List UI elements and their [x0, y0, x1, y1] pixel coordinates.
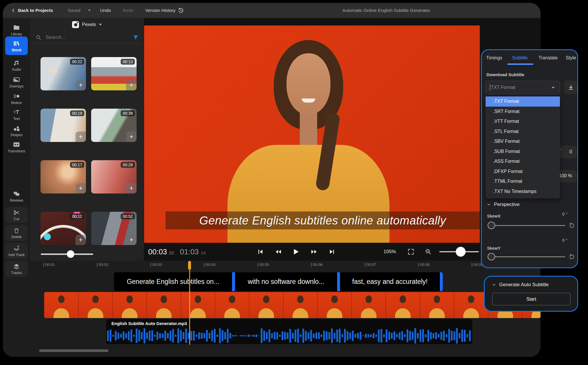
tab-translate[interactable]: Translate: [539, 55, 558, 61]
timeline-scrollbar[interactable]: [39, 349, 109, 352]
video-preview[interactable]: Generate English subtitles online automa…: [144, 25, 480, 243]
stock-video-thumbnail[interactable]: 00:12 +: [41, 212, 86, 245]
generate-section-header[interactable]: Generate Auto Subtitle: [492, 282, 549, 288]
stock-video-thumbnail[interactable]: 00:38 +: [91, 109, 137, 142]
format-option-txt[interactable]: .TXT Format: [486, 96, 560, 107]
skew-y-slider-thumb[interactable]: [488, 253, 495, 260]
skew-x-slider-thumb[interactable]: [488, 222, 495, 229]
subtitle-overlay[interactable]: Generate English subtitles online automa…: [166, 211, 480, 229]
slider-thumb[interactable]: [67, 250, 74, 258]
format-option-dfxp[interactable]: .DFXP Format: [486, 167, 560, 177]
add-to-timeline-button[interactable]: +: [76, 80, 86, 90]
format-option-txt-no-timestamps[interactable]: .TXT No Timestamps: [486, 187, 560, 197]
skew-x-slider[interactable]: [488, 222, 565, 229]
download-button[interactable]: [564, 81, 577, 94]
format-combobox[interactable]: [486, 81, 560, 94]
redo-button[interactable]: Redo: [123, 3, 133, 18]
subtitle-clip[interactable]: with no software downlo...: [235, 272, 337, 291]
skip-to-end-button[interactable]: [326, 245, 338, 258]
thumbnail-size-slider[interactable]: [41, 250, 93, 258]
format-option-stl[interactable]: .STL Format: [486, 127, 560, 137]
format-dropdown-menu: .TXT Format .SRT Format .VTT Format .STL…: [486, 96, 560, 198]
skew-x-reset-button[interactable]: [568, 222, 576, 229]
play-button[interactable]: [289, 245, 302, 258]
stock-video-thumbnail[interactable]: 00:19 +: [41, 109, 86, 142]
stock-video-thumbnail[interactable]: 00:28 +: [91, 160, 137, 194]
tool-add-track-button[interactable]: Add Track: [5, 243, 28, 259]
saved-menu[interactable]: Saved: [68, 3, 91, 18]
project-title: Automatic Online English Subtitle Genera…: [311, 3, 462, 18]
fast-forward-button[interactable]: [308, 245, 320, 258]
chevron-up-icon[interactable]: [551, 84, 556, 91]
back-chevron-icon: [11, 8, 16, 13]
sidebar-item-motion[interactable]: Motion: [3, 91, 30, 106]
add-to-timeline-button[interactable]: +: [76, 235, 86, 245]
stock-provider-dropdown[interactable]: Pexels: [30, 18, 144, 31]
audio-icon: [13, 59, 20, 67]
version-history-button[interactable]: Version History: [145, 3, 184, 18]
rewind-button[interactable]: [272, 245, 285, 258]
format-input[interactable]: [491, 85, 551, 90]
opacity-value: 100 %: [559, 173, 572, 178]
format-option-ttml[interactable]: .TTML Format: [486, 176, 560, 187]
sidebar-item-library[interactable]: Library: [3, 22, 30, 38]
sidebar-item-audio[interactable]: Audio: [3, 57, 30, 73]
format-option-vtt[interactable]: .VTT Format: [486, 116, 560, 127]
format-option-ass[interactable]: .ASS Format: [486, 156, 560, 167]
sidebar-item-shapes[interactable]: Shapes: [3, 123, 30, 138]
zoom-out-icon: [425, 248, 432, 255]
add-to-timeline-button[interactable]: +: [76, 183, 86, 194]
stock-video-thumbnail[interactable]: 00:52 +: [91, 212, 137, 245]
search-input[interactable]: [46, 34, 129, 40]
tab-subtitle[interactable]: Subtitle: [512, 55, 528, 61]
add-to-timeline-button[interactable]: +: [126, 132, 137, 142]
stock-video-thumbnail[interactable]: 00:22 +: [41, 57, 86, 90]
sidebar-item-text[interactable]: Text: [3, 107, 30, 122]
add-to-timeline-button[interactable]: +: [126, 80, 137, 90]
clip-trim-handle[interactable]: [337, 272, 340, 291]
audio-track-clip[interactable]: English Subtitle Auto Generator.mp3: [106, 319, 472, 344]
sidebar-item-overlays[interactable]: Overlays: [3, 74, 30, 90]
zoom-out-button[interactable]: [422, 245, 435, 258]
skip-start-icon: [257, 248, 264, 255]
clip-trim-handle[interactable]: [440, 272, 443, 291]
back-to-projects-button[interactable]: Back to Projects: [11, 3, 53, 18]
video-track-clip[interactable]: [44, 292, 541, 318]
fullscreen-button[interactable]: [405, 245, 417, 258]
generate-auto-subtitle-card: Generate Auto Subtitle Start: [484, 276, 578, 312]
subtitle-clip[interactable]: Generate English subtitles on...: [114, 272, 232, 291]
zoom-slider-thumb[interactable]: [456, 247, 466, 257]
sidebar-item-transitions[interactable]: Transitions: [3, 139, 30, 155]
add-to-timeline-button[interactable]: +: [76, 132, 86, 142]
format-option-srt[interactable]: .SRT Format: [486, 107, 560, 117]
tool-delete-button[interactable]: Delete: [5, 225, 28, 241]
add-to-timeline-button[interactable]: +: [126, 183, 137, 194]
sidebar-item-reviews[interactable]: Reviews: [3, 188, 30, 204]
back-label: Back to Projects: [18, 8, 53, 13]
clip-trim-handle[interactable]: [232, 272, 235, 291]
stock-search-bar: [33, 31, 141, 43]
filter-icon[interactable]: [133, 34, 139, 40]
start-button[interactable]: Start: [492, 293, 570, 305]
tab-timings[interactable]: Timings: [486, 55, 502, 61]
subtitle-clip[interactable]: fast, easy and accurately!: [340, 272, 440, 291]
format-option-sub[interactable]: .SUB Format: [486, 147, 560, 157]
subtitle-text: Generate English subtitles online automa…: [199, 214, 446, 227]
tool-tracks-button[interactable]: Tracks: [5, 261, 28, 277]
perspective-section-header[interactable]: Perspective: [486, 202, 520, 207]
skip-end-icon: [328, 248, 335, 255]
skip-to-start-button[interactable]: [254, 245, 267, 258]
add-to-timeline-button[interactable]: +: [126, 235, 137, 245]
provider-caret-icon: [99, 24, 102, 25]
undo-button[interactable]: Undo: [100, 3, 111, 18]
format-option-sbv[interactable]: .SBV Format: [486, 136, 560, 147]
timeline-zoom-slider[interactable]: [439, 251, 479, 252]
sidebar-item-stock[interactable]: Stock: [5, 36, 28, 55]
skew-y-slider[interactable]: [488, 253, 565, 260]
skew-y-reset-button[interactable]: [568, 253, 576, 260]
tool-cut-button[interactable]: Cut: [5, 207, 28, 223]
playhead-handle[interactable]: [188, 261, 191, 269]
tab-style[interactable]: Style: [566, 55, 576, 61]
stock-video-thumbnail[interactable]: 00:17 +: [41, 160, 86, 194]
stock-video-thumbnail[interactable]: 00:13 +: [91, 57, 137, 90]
